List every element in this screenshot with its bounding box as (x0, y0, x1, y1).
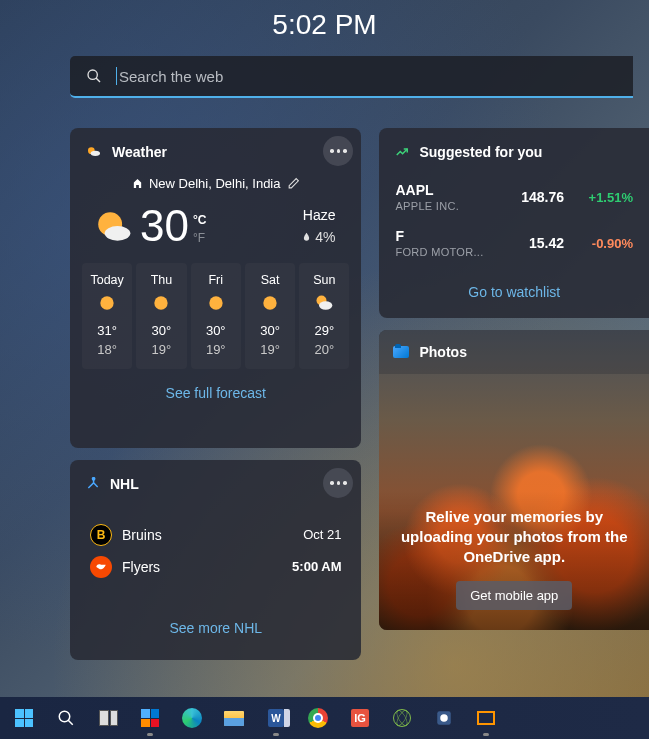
stock-name: FORD MOTOR... (395, 246, 483, 258)
condition-text: Haze (302, 204, 335, 226)
svg-point-16 (440, 714, 448, 722)
weather-title: Weather (112, 144, 167, 160)
snip-button[interactable] (466, 699, 506, 737)
search-input[interactable] (119, 68, 617, 85)
generic-app-icon (435, 709, 453, 727)
team-row-flyers[interactable]: Flyers 5:00 AM (90, 556, 341, 578)
day-lo: 19° (247, 342, 293, 357)
forecast-day[interactable]: Thu30°19° (136, 263, 186, 369)
weather-widget: Weather New Delhi, Delhi, India 30 °C °F (70, 128, 361, 448)
suggested-title: Suggested for you (419, 144, 542, 160)
snip-icon (477, 711, 495, 725)
day-name: Fri (193, 273, 239, 287)
game-date: Oct 21 (303, 526, 341, 544)
app-ig-button[interactable]: IG (340, 699, 380, 737)
watchlist-link[interactable]: Go to watchlist (391, 284, 637, 300)
word-icon: W (268, 709, 284, 727)
droplet-icon (302, 231, 311, 242)
start-icon (15, 709, 33, 727)
word-button[interactable]: W (256, 699, 296, 737)
edge-button[interactable] (172, 699, 212, 737)
svg-point-5 (105, 226, 131, 241)
folder-icon (224, 711, 244, 726)
game-time: 5:00 AM (292, 558, 341, 576)
sports-icon (86, 477, 100, 491)
svg-point-8 (209, 296, 222, 309)
ig-icon: IG (351, 709, 369, 727)
weather-icon (86, 144, 102, 160)
chrome-button[interactable] (298, 699, 338, 737)
edit-location-icon[interactable] (287, 177, 300, 190)
widgets-icon (141, 709, 159, 727)
fahrenheit-label[interactable]: °F (193, 229, 206, 247)
atom-icon (393, 709, 411, 727)
day-name: Thu (138, 273, 184, 287)
see-more-nhl-link[interactable]: See more NHL (82, 620, 349, 636)
taskbar: W IG (0, 697, 649, 739)
svg-line-1 (96, 78, 100, 82)
widgets-button[interactable] (130, 699, 170, 737)
day-name: Sat (247, 273, 293, 287)
forecast-day[interactable]: Fri30°19° (191, 263, 241, 369)
app-button[interactable] (424, 699, 464, 737)
svg-point-7 (155, 296, 168, 309)
nhl-title: NHL (110, 476, 139, 492)
stock-change: +1.51% (578, 190, 633, 205)
flyers-logo-icon (90, 556, 112, 578)
svg-point-12 (92, 478, 94, 480)
current-temp: 30 (140, 201, 189, 251)
svg-line-14 (68, 720, 73, 725)
day-lo: 19° (138, 342, 184, 357)
day-hi: 29° (301, 323, 347, 338)
forecast-day[interactable]: Today31°18° (82, 263, 132, 369)
location-text: New Delhi, Delhi, India (149, 176, 281, 191)
nhl-widget: NHL B Bruins Oct 21 Flyers 5: (70, 460, 361, 660)
svg-point-0 (88, 70, 97, 79)
stock-symbol: AAPL (395, 182, 459, 198)
see-full-forecast-link[interactable]: See full forecast (82, 385, 349, 401)
stock-price: 148.76 (514, 189, 564, 205)
photos-icon (393, 346, 409, 358)
bruins-logo-icon: B (90, 524, 112, 546)
chrome-icon (308, 708, 328, 728)
team-row-bruins[interactable]: B Bruins Oct 21 (90, 524, 341, 546)
taskbar-search-button[interactable] (46, 699, 86, 737)
forecast-day[interactable]: Sun29°20° (299, 263, 349, 369)
search-bar[interactable] (70, 56, 633, 98)
finance-icon (395, 145, 409, 159)
celsius-label[interactable]: °C (193, 211, 206, 229)
get-mobile-app-button[interactable]: Get mobile app (456, 581, 572, 610)
photos-widget: Photos Relive your memories by uploading… (379, 330, 649, 630)
team1-name: Bruins (122, 527, 162, 543)
stock-row[interactable]: FFORD MOTOR...15.42-0.90% (391, 220, 637, 266)
clock-time: 5:02 PM (0, 0, 649, 51)
file-explorer-button[interactable] (214, 699, 254, 737)
svg-point-11 (319, 301, 332, 309)
svg-point-3 (91, 151, 100, 156)
forecast-day[interactable]: Sat30°19° (245, 263, 295, 369)
task-view-icon (99, 710, 118, 726)
atom-app-button[interactable] (382, 699, 422, 737)
svg-point-9 (263, 296, 276, 309)
day-lo: 18° (84, 342, 130, 357)
temp-units[interactable]: °C °F (193, 211, 206, 247)
stock-row[interactable]: AAPLAPPLE INC.148.76+1.51% (391, 174, 637, 220)
location-row[interactable]: New Delhi, Delhi, India (82, 176, 349, 191)
stock-name: APPLE INC. (395, 200, 459, 212)
start-button[interactable] (4, 699, 44, 737)
day-hi: 30° (138, 323, 184, 338)
stock-symbol: F (395, 228, 483, 244)
day-name: Sun (301, 273, 347, 287)
team2-name: Flyers (122, 559, 160, 575)
task-view-button[interactable] (88, 699, 128, 737)
edge-icon (182, 708, 202, 728)
search-icon (86, 68, 102, 84)
current-condition-icon (90, 204, 134, 248)
stock-change: -0.90% (578, 236, 633, 251)
day-lo: 19° (193, 342, 239, 357)
day-hi: 30° (247, 323, 293, 338)
day-name: Today (84, 273, 130, 287)
photos-title: Photos (419, 344, 466, 360)
svg-point-13 (59, 711, 70, 722)
search-icon (57, 709, 75, 727)
